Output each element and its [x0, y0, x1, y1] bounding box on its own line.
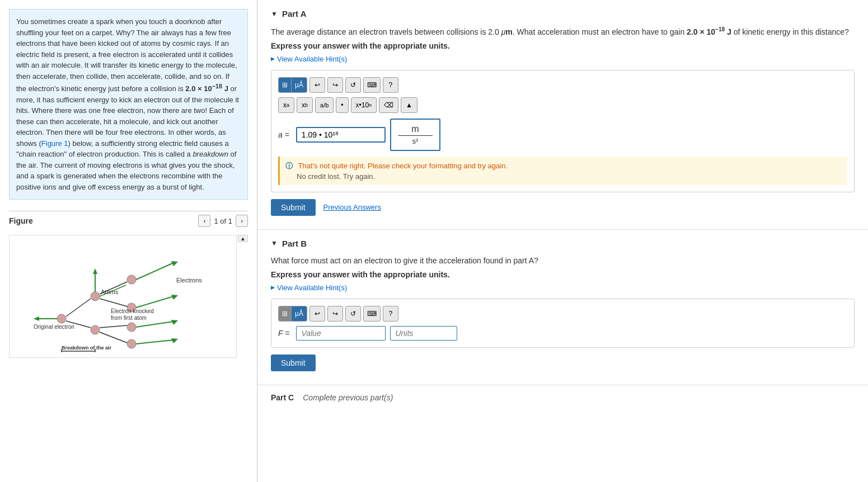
part-c-header: Part C Complete previous part(s) [271, 393, 855, 402]
svg-point-0 [57, 314, 66, 323]
up-arrow-btn[interactable]: ▲ [401, 97, 417, 113]
help-btn[interactable]: ? [383, 77, 398, 93]
figure-scroll-area: ▲ [9, 235, 248, 358]
subscript-btn[interactable]: xb [297, 97, 313, 113]
figure-diagram: Atoms Electron knocked from first atom E… [9, 235, 237, 358]
backspace-btn[interactable]: ⌫ [379, 97, 398, 113]
figure-link[interactable]: Figure 1 [41, 139, 68, 148]
units-numerator: m [411, 124, 419, 134]
svg-line-23 [136, 340, 173, 344]
svg-point-6 [127, 339, 136, 348]
part-b-hint-link[interactable]: View Available Hint(s) [271, 283, 855, 292]
svg-text:from first atom: from first atom [111, 315, 147, 321]
part-a-express-units: Express your answer with the appropriate… [271, 41, 855, 50]
part-b-units-input[interactable] [390, 326, 457, 341]
part-a-answer-box: ⊞ μÅ ↩ ↪ ↺ ⌨ ? xa xb a/b • x•10n ⌫ ▲ [271, 70, 855, 192]
error-text: That's not quite right. Please check you… [298, 162, 508, 170]
figure-title: Figure [9, 216, 33, 225]
svg-line-19 [136, 296, 173, 308]
sci-notation-btn[interactable]: x•10n [351, 97, 377, 113]
part-a-error-box: ⓘ That's not quite right. Please check y… [278, 157, 847, 185]
part-a-prev-answers-link[interactable]: Previous Answers [323, 203, 381, 211]
figure-prev-btn[interactable]: ‹ [198, 215, 210, 227]
error-sub-text: No credit lost. Try again. [297, 172, 842, 181]
part-a-submit-btn[interactable]: Submit [271, 199, 316, 216]
part-b-undo-btn[interactable]: ↩ [309, 306, 325, 322]
part-a-units-box: m s² [390, 119, 440, 151]
mu-mode-btn[interactable]: μÅ [292, 78, 307, 92]
part-b-block-mode-btn[interactable]: ⊞ [279, 306, 292, 321]
mode-split-btn[interactable]: ⊞ μÅ [278, 77, 307, 93]
part-a-actions: Submit Previous Answers [271, 199, 855, 216]
part-a-toolbar-row2: xa xb a/b • x•10n ⌫ ▲ [278, 97, 847, 113]
part-a-value-input[interactable] [296, 127, 386, 143]
part-c-label: Part C [271, 393, 294, 402]
left-panel: You sometimes create a spark when you to… [0, 0, 257, 482]
error-main: ⓘ That's not quite right. Please check y… [285, 161, 842, 171]
part-a-label: Part A [282, 9, 307, 18]
part-a-toolbar-row1: ⊞ μÅ ↩ ↪ ↺ ⌨ ? [278, 77, 847, 93]
svg-marker-22 [171, 320, 178, 325]
figure-next-btn[interactable]: › [236, 215, 248, 227]
svg-line-10 [100, 299, 127, 306]
part-b-input-row: F = [278, 326, 847, 341]
block-mode-btn[interactable]: ⊞ [279, 78, 292, 92]
svg-point-5 [127, 323, 136, 332]
part-b-header: ▼ Part B [271, 239, 855, 248]
svg-point-2 [91, 325, 100, 334]
part-b-refresh-btn[interactable]: ↺ [345, 306, 361, 322]
error-icon: ⓘ [285, 162, 293, 170]
part-b-section: ▼ Part B What force must act on an elect… [257, 230, 868, 385]
part-a-header: ▼ Part A [271, 9, 855, 18]
part-a-input-row: a = m s² [278, 119, 847, 151]
part-c-section: Part C Complete previous part(s) [257, 385, 868, 410]
part-a-question: The average distance an electron travels… [271, 25, 855, 38]
part-b-toolbar-row1: ⊞ μÅ ↩ ↪ ↺ ⌨ ? [278, 306, 847, 322]
svg-line-12 [100, 332, 127, 343]
part-b-mode-split-btn[interactable]: ⊞ μÅ [278, 306, 307, 322]
part-b-label: Part B [282, 239, 307, 248]
part-b-help-btn[interactable]: ? [383, 306, 398, 322]
undo-btn[interactable]: ↩ [309, 77, 325, 93]
refresh-btn[interactable]: ↺ [345, 77, 361, 93]
figure-section: Figure ‹ 1 of 1 › ▲ [9, 211, 248, 358]
redo-btn[interactable]: ↪ [327, 77, 343, 93]
part-b-value-input[interactable] [296, 326, 386, 341]
fraction-line [398, 135, 433, 136]
dot-btn[interactable]: • [336, 97, 348, 113]
context-text: You sometimes create a spark when you to… [9, 9, 248, 200]
context-paragraph: You sometimes create a spark when you to… [16, 17, 239, 191]
svg-point-1 [91, 292, 100, 301]
scroll-up-btn[interactable]: ▲ [238, 235, 248, 242]
part-b-express-units: Express your answer with the appropriate… [271, 270, 855, 279]
figure-header: Figure ‹ 1 of 1 › [9, 211, 248, 230]
part-b-question: What force must act on an electron to gi… [271, 255, 855, 267]
fraction-btn[interactable]: a/b [315, 97, 334, 113]
original-label: Original electron [34, 324, 74, 330]
atoms-label: Atoms [101, 289, 119, 295]
part-b-keyboard-btn[interactable]: ⌨ [363, 306, 381, 322]
part-a-collapse-arrow[interactable]: ▼ [271, 10, 278, 18]
svg-line-11 [100, 325, 127, 328]
svg-marker-14 [34, 316, 39, 321]
part-b-redo-btn[interactable]: ↪ [327, 306, 343, 322]
part-b-actions: Submit [271, 355, 855, 371]
figure-nav: ‹ 1 of 1 › [198, 215, 248, 227]
figure-page: 1 of 1 [214, 217, 232, 225]
units-denominator: s² [412, 137, 418, 145]
superscript-btn[interactable]: xa [278, 97, 294, 113]
svg-point-3 [127, 275, 136, 284]
part-b-mu-mode-btn[interactable]: μÅ [292, 306, 307, 321]
svg-marker-16 [93, 268, 97, 274]
part-b-answer-box: ⊞ μÅ ↩ ↪ ↺ ⌨ ? F = [271, 299, 855, 348]
electrons-label: Electrons [176, 277, 202, 283]
part-a-hint-link[interactable]: View Available Hint(s) [271, 55, 855, 63]
svg-text:Breakdown of the air: Breakdown of the air [62, 345, 112, 351]
part-a-eq-label: a = [278, 130, 289, 139]
part-b-collapse-arrow[interactable]: ▼ [271, 239, 278, 247]
part-b-submit-btn[interactable]: Submit [271, 355, 316, 371]
keyboard-btn[interactable]: ⌨ [363, 77, 381, 93]
svg-line-17 [136, 263, 173, 280]
svg-line-21 [136, 322, 173, 327]
svg-marker-24 [171, 338, 178, 343]
